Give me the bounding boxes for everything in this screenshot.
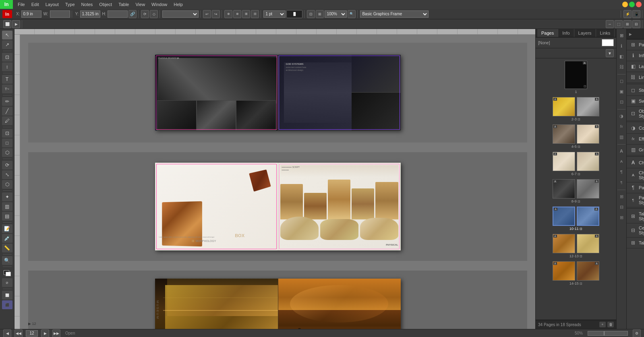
spread-3[interactable]: MUSEUM ALEXHOGREFE.COM bbox=[155, 279, 401, 329]
page-thumb-8[interactable]: A bbox=[553, 179, 575, 198]
device-btn[interactable]: 📱 bbox=[632, 10, 640, 18]
h-input[interactable] bbox=[108, 10, 128, 18]
character-icon-btn[interactable]: A bbox=[617, 146, 626, 156]
normal-view-btn[interactable]: ⬜ bbox=[3, 20, 11, 28]
menu-window[interactable]: Window bbox=[148, 1, 170, 8]
pages-arrow-btn[interactable]: ▼ bbox=[606, 49, 614, 57]
info-icon-btn[interactable]: ℹ bbox=[617, 41, 626, 51]
page-thumb-15[interactable]: A bbox=[577, 261, 599, 281]
swatches-icon-btn[interactable]: ▣ bbox=[617, 87, 626, 96]
page-thumb-1[interactable]: A ⊡ bbox=[565, 61, 587, 89]
table-icon-btn[interactable]: ⊞ bbox=[617, 213, 626, 222]
menu-notes[interactable]: Notes bbox=[78, 1, 96, 8]
constrain-btn[interactable]: 🔗 bbox=[128, 10, 137, 18]
menu-help[interactable]: Help bbox=[170, 1, 186, 8]
page-tool[interactable]: ⊡ bbox=[2, 53, 12, 62]
shear-tool[interactable]: ⬡ bbox=[2, 180, 12, 189]
gradient-tool[interactable]: ▥ bbox=[2, 202, 12, 211]
maximize-btn[interactable] bbox=[629, 2, 635, 7]
page-thumb-3[interactable]: A bbox=[577, 97, 599, 116]
frame-select[interactable]: Basic Graphics Frame bbox=[360, 10, 429, 18]
stroke-color-btn[interactable]: █ bbox=[286, 10, 302, 18]
canvas-area[interactable]: GOD SYSTEMS some text content herearchit… bbox=[20, 35, 535, 329]
tab-info[interactable]: Info bbox=[558, 29, 574, 37]
lightning-btn[interactable]: ⚡ bbox=[623, 10, 632, 18]
gap-tool[interactable]: ↕ bbox=[2, 62, 12, 71]
prop-layers[interactable]: ◧ Layers bbox=[627, 61, 644, 72]
rectangle-frame-tool[interactable]: ⊡ bbox=[2, 129, 12, 138]
fill-stroke-selector[interactable] bbox=[3, 269, 12, 277]
pencil-tool[interactable]: ✏ bbox=[2, 97, 12, 106]
line-tool[interactable]: ╱ bbox=[2, 107, 12, 116]
type-tool[interactable]: T bbox=[2, 75, 12, 84]
table-styles-icon-btn[interactable]: ⊞ bbox=[617, 192, 626, 201]
step2-btn[interactable]: ⊗ bbox=[233, 10, 241, 18]
prop-info[interactable]: ℹ Info bbox=[627, 50, 644, 61]
tab-layers[interactable]: Layers bbox=[574, 29, 596, 37]
shear-btn[interactable]: ◇ bbox=[150, 10, 158, 18]
y-input[interactable] bbox=[80, 10, 100, 18]
links-icon-btn[interactable]: ⛓ bbox=[617, 62, 626, 72]
prop-effects[interactable]: fx Effects bbox=[627, 134, 644, 145]
tab-links[interactable]: Links bbox=[596, 29, 615, 37]
page-thumb-11[interactable]: A bbox=[577, 207, 599, 226]
next-spread-btn[interactable]: ▶ bbox=[41, 329, 49, 337]
ctx1-btn[interactable]: ↔ bbox=[606, 20, 614, 28]
prop-table[interactable]: ⊞ Table bbox=[627, 238, 644, 248]
prop-pages[interactable]: ⊞ Pages bbox=[627, 39, 644, 50]
object-styles-icon-btn[interactable]: ⊡ bbox=[617, 97, 626, 107]
page-thumb-10[interactable]: A bbox=[553, 207, 575, 226]
normal-mode-btn[interactable]: ⬜ bbox=[2, 291, 12, 300]
prop-links[interactable]: ⛓ Links bbox=[627, 72, 644, 83]
delete-page-icon[interactable]: 🗑 bbox=[607, 322, 614, 327]
redo-btn[interactable]: ↪ bbox=[212, 10, 220, 18]
ctx4-btn[interactable]: ⊟ bbox=[632, 20, 640, 28]
prop-cell-styles[interactable]: ⊟ Cell Styles bbox=[627, 223, 644, 238]
gradient-icon-btn[interactable]: ▥ bbox=[617, 132, 626, 142]
character-styles-icon-btn[interactable]: A bbox=[617, 157, 626, 166]
select-tool[interactable]: ↖ bbox=[2, 31, 12, 39]
undo-btn[interactable]: ↩ bbox=[203, 10, 211, 18]
prop-char-styles[interactable]: A Character Styles bbox=[627, 168, 644, 182]
menu-object[interactable]: Object bbox=[96, 1, 115, 8]
step1-btn[interactable]: ⊕ bbox=[224, 10, 232, 18]
menu-edit[interactable]: Edit bbox=[28, 1, 42, 8]
page-thumb-7[interactable]: A bbox=[577, 152, 599, 171]
page-thumb-13[interactable]: A bbox=[577, 234, 599, 253]
page-thumb-6[interactable]: A bbox=[553, 152, 575, 171]
minimize-btn[interactable] bbox=[622, 2, 628, 7]
paragraph-icon-btn[interactable]: ¶ bbox=[617, 167, 626, 177]
prop-character[interactable]: A Character bbox=[627, 157, 644, 168]
prop-table-styles[interactable]: ⊞ Table Styles bbox=[627, 209, 644, 223]
close-btn[interactable] bbox=[636, 2, 642, 7]
prop-object-styles[interactable]: ⊡ Object Styles bbox=[627, 107, 644, 121]
pen-tool[interactable]: 🖊 bbox=[2, 116, 12, 125]
gradient-feather-tool[interactable]: ▤ bbox=[2, 212, 12, 221]
align-select[interactable] bbox=[162, 10, 199, 18]
page-thumb-2[interactable]: A bbox=[553, 97, 575, 116]
menu-type[interactable]: Type bbox=[62, 1, 78, 8]
last-spread-btn[interactable]: ▶▶ bbox=[52, 329, 60, 337]
cell-styles-icon-btn[interactable]: ⊟ bbox=[617, 202, 626, 212]
rotate-input-btn[interactable]: ⟳ bbox=[141, 10, 149, 18]
page-thumb-4[interactable]: A bbox=[553, 124, 575, 144]
zoom-select[interactable]: 100% bbox=[325, 10, 347, 18]
misc1-btn[interactable]: ⊡ bbox=[307, 10, 315, 18]
apply-none-btn[interactable]: ⊘ bbox=[2, 278, 12, 287]
rotate-tool[interactable]: ⟳ bbox=[2, 161, 12, 170]
page-number-input[interactable] bbox=[26, 330, 38, 337]
prop-gradient[interactable]: ▥ Gradient bbox=[627, 145, 644, 155]
first-spread-btn[interactable]: ◀◀ bbox=[14, 329, 23, 337]
type-path-tool[interactable]: T~ bbox=[2, 85, 12, 93]
eyedropper-tool[interactable]: 💉 bbox=[2, 234, 12, 243]
page-thumb-14[interactable]: A bbox=[553, 261, 575, 281]
prev-spread-btn[interactable]: ◀ bbox=[3, 329, 11, 337]
stroke-select[interactable]: 1 pt bbox=[263, 10, 286, 18]
zoom-tool[interactable]: 🔍 bbox=[2, 256, 12, 265]
prop-color[interactable]: ◑ Color bbox=[627, 123, 644, 134]
step3-btn[interactable]: ⊞ bbox=[242, 10, 250, 18]
pages-scroll[interactable]: A ⊡ 1 A A 2- bbox=[536, 58, 616, 320]
zoom-slider[interactable] bbox=[588, 331, 628, 336]
effects-icon-btn[interactable]: fx bbox=[617, 122, 626, 131]
spread-1[interactable]: GOD SYSTEMS some text content herearchit… bbox=[155, 55, 401, 130]
